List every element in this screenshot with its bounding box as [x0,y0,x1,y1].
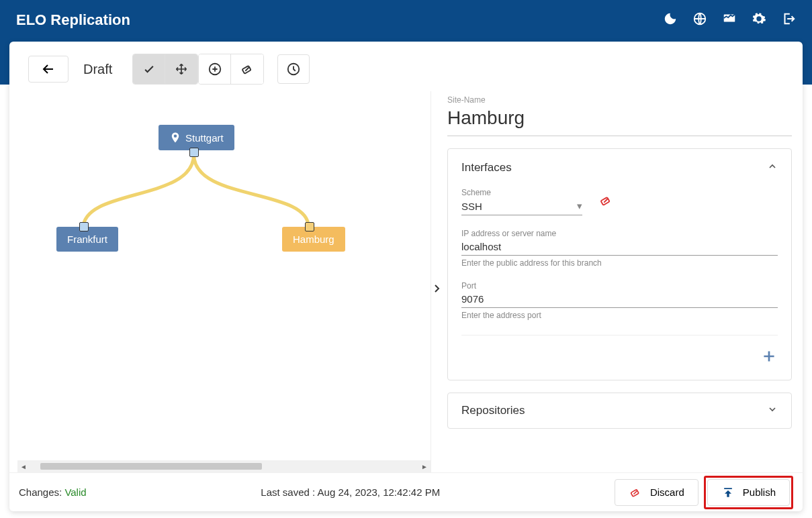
button-label: Publish [743,486,776,498]
saved-time: Aug 24, 2023, 12:42:42 PM [318,486,441,498]
canvas[interactable]: Stuttgart Frankfurt Hamburg ◄ ► [9,91,431,472]
repositories-header[interactable]: Repositories [461,404,778,417]
discard-button[interactable]: Discard [615,479,698,506]
section-title: Interfaces [461,161,512,174]
scrollbar-thumb[interactable] [40,463,262,470]
field-label: IP address or server name [461,229,778,238]
moon-icon[interactable] [663,11,678,29]
button-label: Discard [650,486,684,498]
main-card: Draft [9,42,803,511]
back-button[interactable] [28,56,69,83]
logout-icon[interactable] [781,11,796,29]
changes-status-value: Valid [64,486,86,498]
app-title: ELO Replication [16,11,130,29]
mode-label: Draft [83,62,112,77]
node-label: Frankfurt [67,234,107,245]
last-saved: Last saved : Aug 24, 2023, 12:42:42 PM [261,486,440,498]
site-name-value: Hamburg [447,107,792,136]
interfaces-section: Interfaces Scheme SSH ▾ [447,148,792,380]
repositories-section: Repositories [447,393,792,429]
footer-bar: Changes: Valid Last saved : Aug 24, 2023… [9,472,803,511]
node-port[interactable] [305,222,314,231]
publish-highlight: Publish [704,476,793,509]
interfaces-header[interactable]: Interfaces [461,161,778,174]
site-name-label: Site-Name [447,95,792,105]
field-label: Port [461,281,778,291]
changes-status: Changes: Valid [19,486,87,498]
ip-field[interactable]: IP address or server name localhost Ente… [461,229,778,268]
content-area: Stuttgart Frankfurt Hamburg ◄ ► Site-Nam… [9,91,803,472]
node-label: Stuttgart [185,132,224,144]
horizontal-scrollbar[interactable]: ◄ ► [17,460,431,472]
header-actions [663,11,796,29]
tool-group-primary [132,54,198,85]
chevron-up-icon [767,161,778,174]
publish-button[interactable]: Publish [707,479,790,506]
select-tool-button[interactable] [133,54,165,84]
history-button[interactable] [277,54,310,84]
globe-icon[interactable] [692,11,707,29]
chevron-down-icon: ▾ [577,200,582,212]
monitor-icon[interactable] [722,11,737,29]
node-port[interactable] [79,222,89,231]
ip-value: localhost [461,241,501,252]
section-title: Repositories [461,404,525,417]
move-tool-button[interactable] [165,54,197,84]
field-hint: Enter the address port [461,311,778,320]
scheme-value: SSH [461,201,482,212]
chevron-down-icon [767,404,778,417]
panel-collapse-handle[interactable] [431,279,442,298]
node-label: Hamburg [293,234,334,245]
port-field[interactable]: Port 9076 Enter the address port [461,281,778,320]
erase-scheme-icon[interactable] [598,193,613,211]
tool-group-secondary [198,54,264,85]
field-label: Scheme [461,188,582,197]
add-tool-button[interactable] [199,54,231,84]
toolbar: Draft [9,42,803,91]
node-stuttgart[interactable]: Stuttgart [159,125,234,150]
port-value: 9076 [461,293,484,305]
node-port[interactable] [189,148,199,157]
erase-tool-button[interactable] [231,54,263,84]
field-hint: Enter the public address for this branch [461,258,778,268]
add-interface-button[interactable] [760,348,778,368]
gear-icon[interactable] [752,11,766,29]
scheme-field[interactable]: Scheme SSH ▾ [461,188,582,215]
details-panel: Site-Name Hamburg Interfaces Scheme SSH … [431,91,803,472]
